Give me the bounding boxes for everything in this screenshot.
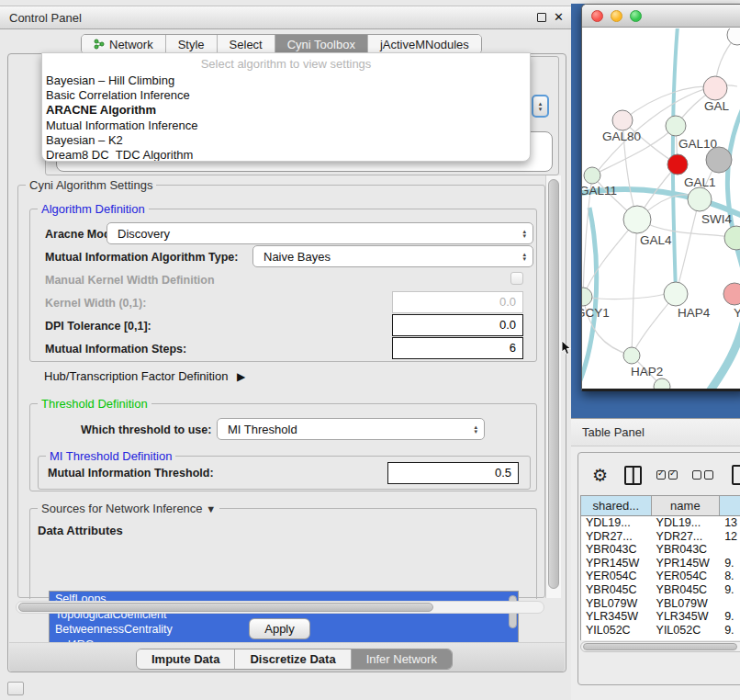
network-edge[interactable]: [632, 220, 637, 356]
columns-icon[interactable]: [624, 466, 642, 485]
tab-impute-data[interactable]: Impute Data: [137, 649, 235, 669]
tab-network[interactable]: Network: [82, 35, 166, 53]
network-window-titlebar: [582, 5, 740, 28]
table-row[interactable]: YLR345WYLR345W9.: [581, 610, 740, 624]
right-region: GALGAL80GAL10GAL1GAL11SWI4GAL4GCY1HAP4YH…: [571, 0, 740, 700]
close-window-icon[interactable]: [591, 10, 603, 22]
mi-threshold-field[interactable]: 0.5: [387, 462, 519, 484]
deselect-all-icon[interactable]: [692, 470, 713, 480]
settings-hscroll-thumb[interactable]: [18, 603, 433, 612]
table-hscroll-thumb[interactable]: [583, 643, 737, 650]
node-label: HAP4: [678, 306, 711, 320]
hub-definition-expander[interactable]: Hub/Transcription Factor Definition ▶: [44, 369, 245, 383]
collapsed-panel-icon[interactable]: [7, 682, 24, 695]
network-node[interactable]: [688, 187, 712, 211]
dpi-tolerance-field[interactable]: 0.0: [392, 314, 523, 336]
bottom-tabs: Impute Data Discretize Data Infer Networ…: [136, 649, 453, 670]
algorithm-option[interactable]: Bayesian – Hill Climbing: [42, 73, 530, 88]
screen: Control Panel ✕ Network Style Select Cyn…: [0, 0, 740, 700]
table-cell: YLR345W: [652, 610, 721, 624]
tab-discretize-data[interactable]: Discretize Data: [235, 649, 351, 669]
table-header-row: shared... name: [581, 496, 740, 516]
network-node[interactable]: [623, 206, 651, 233]
network-node[interactable]: [582, 288, 592, 306]
mi-steps-field[interactable]: 6: [392, 337, 523, 359]
which-threshold-label: Which threshold to use:: [81, 423, 211, 436]
tab-cyni-toolbox[interactable]: Cyni Toolbox: [275, 35, 368, 53]
cyni-algorithm-settings-group: Cyni Algorithm Settings Algorithm Defini…: [17, 185, 545, 598]
network-node[interactable]: [666, 116, 686, 136]
table-row[interactable]: YER054CYER054C8.: [581, 570, 740, 583]
network-node[interactable]: [723, 283, 740, 305]
settings-vscroll-thumb[interactable]: [548, 179, 559, 589]
tab-jactivemnodules[interactable]: jActiveMNodules: [368, 35, 481, 53]
focused-spinner-button[interactable]: ▴▾: [532, 95, 549, 118]
network-node[interactable]: [623, 347, 640, 364]
table-row[interactable]: YBR045CYBR045C9.: [581, 583, 740, 597]
algorithm-option[interactable]: Basic Correlation Inference: [42, 88, 530, 103]
column-header-name[interactable]: name: [652, 496, 721, 515]
table-cell: YBR043C: [581, 543, 652, 557]
network-view-window: GALGAL80GAL10GAL1GAL11SWI4GAL4GCY1HAP4YH…: [581, 4, 740, 391]
tab-select[interactable]: Select: [218, 35, 275, 53]
network-node[interactable]: [706, 147, 732, 173]
kernel-width-field[interactable]: 0.0: [392, 291, 523, 313]
combo-spinner-icon: ▴▾: [522, 252, 533, 262]
minimize-window-icon[interactable]: [611, 10, 622, 22]
table-row[interactable]: YPR145WYPR145W9.: [581, 557, 740, 570]
table-horizontal-scrollbar[interactable]: [580, 641, 740, 652]
export-table-icon[interactable]: [732, 465, 740, 485]
node-label: GAL: [704, 99, 730, 113]
select-all-icon[interactable]: [656, 470, 678, 480]
network-edge[interactable]: [622, 86, 715, 120]
algorithm-definition-group: Algorithm Definition Aracne Mode: Discov…: [29, 209, 537, 362]
network-edge[interactable]: [676, 199, 700, 294]
table-row[interactable]: YBR043CYBR043C: [581, 543, 740, 557]
network-edge[interactable]: [710, 320, 740, 391]
table-row[interactable]: YDL19...YDL19...13: [581, 516, 740, 530]
network-node[interactable]: [654, 378, 670, 391]
zoom-window-icon[interactable]: [630, 10, 642, 22]
algorithm-option[interactable]: Dream8 DC_TDC Algorithm: [42, 148, 530, 162]
table-cell: 9.: [720, 557, 740, 570]
settings-vertical-scrollbar[interactable]: [545, 175, 561, 598]
apply-button[interactable]: Apply: [249, 618, 310, 639]
network-node[interactable]: [612, 110, 633, 130]
aracne-mode-combobox[interactable]: Discovery ▴▾: [107, 222, 533, 244]
table-panel: ⚙ shared... name YDL19...YDL19...13YDR27…: [577, 452, 740, 685]
table-row[interactable]: YBL079WYBL079W: [581, 597, 740, 611]
which-threshold-combobox[interactable]: MI Threshold ▴▾: [217, 418, 485, 440]
network-node[interactable]: [584, 167, 600, 184]
table-cell: 9.: [720, 624, 740, 638]
table-cell: 9.: [720, 583, 740, 597]
sources-arrow-icon: ▼: [206, 503, 216, 514]
mi-type-combobox[interactable]: Naive Bayes ▴▾: [252, 245, 533, 267]
column-header-shared-name[interactable]: shared...: [581, 496, 652, 515]
network-canvas[interactable]: GALGAL80GAL10GAL1GAL11SWI4GAL4GCY1HAP4YH…: [582, 28, 740, 391]
manual-kernel-checkbox[interactable]: [510, 272, 523, 285]
table-row[interactable]: YDR27...YDR27...12: [581, 530, 740, 544]
network-node[interactable]: [664, 282, 688, 306]
algorithm-option[interactable]: ARACNE Algorithm: [42, 103, 530, 118]
network-node[interactable]: [727, 28, 740, 45]
table-cell: YIL052C: [652, 624, 721, 638]
algorithm-option[interactable]: Bayesian – K2: [42, 133, 530, 148]
table-cell: 12: [720, 530, 740, 544]
sources-title[interactable]: Sources for Network Inference ▼: [38, 502, 219, 515]
gear-icon[interactable]: ⚙: [592, 467, 608, 484]
table-row[interactable]: YIL052CYIL052C9.: [581, 624, 740, 638]
settings-horizontal-scrollbar[interactable]: [16, 601, 544, 614]
table-cell: YER054C: [652, 570, 721, 583]
network-node[interactable]: [667, 154, 688, 175]
network-node[interactable]: [703, 76, 727, 100]
column-header-clipped[interactable]: [720, 496, 740, 515]
close-panel-icon[interactable]: ✕: [554, 13, 564, 22]
network-node[interactable]: [724, 226, 740, 250]
node-label: HAP2: [631, 365, 663, 378]
float-window-icon[interactable]: [537, 13, 546, 22]
algorithm-option[interactable]: Mutual Information Inference: [42, 119, 530, 133]
tab-infer-network[interactable]: Infer Network: [352, 649, 452, 669]
table-cell: [720, 543, 740, 557]
tab-style[interactable]: Style: [166, 35, 218, 53]
kernel-width-label: Kernel Width (0,1):: [45, 297, 146, 310]
